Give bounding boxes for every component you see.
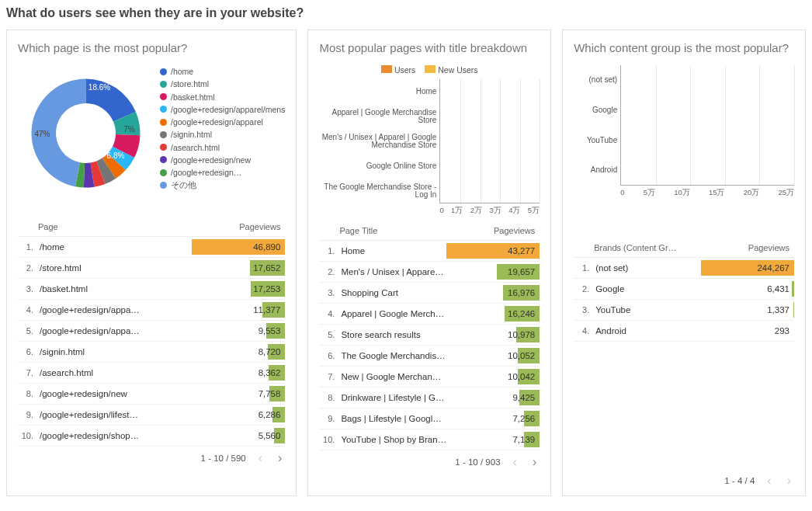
- table-row[interactable]: 8.Drinkware | Lifestyle | G…9,425: [319, 388, 540, 408]
- table-row[interactable]: 7.New | Google Merchan…10,042: [319, 367, 540, 388]
- table-row[interactable]: 2./store.html17,652: [18, 258, 285, 279]
- pager-text: 1 - 10 / 590: [201, 454, 246, 463]
- page-title: What do users see when they are in your …: [6, 6, 806, 20]
- donut-label-1: 18.6%: [88, 83, 110, 92]
- col-pagetitle: Page Title: [339, 226, 446, 235]
- col-pageviews: Pageviews: [192, 222, 285, 231]
- legend-item: /google+redesign/apparel: [160, 116, 285, 128]
- panel-content-group: Which content group is the most popular?…: [562, 30, 806, 496]
- table-row[interactable]: 6./signin.html8,720: [18, 342, 285, 363]
- table-row[interactable]: 2.Google6,431: [574, 279, 794, 300]
- pager-prev[interactable]: ‹: [255, 451, 265, 465]
- bar3-xticks: 05万10万15万20万25万: [620, 188, 794, 198]
- donut-label-3: 6.8%: [107, 151, 125, 159]
- table-row[interactable]: 1./home46,890: [18, 237, 285, 258]
- panel3-title: Which content group is the most popular?: [574, 41, 794, 54]
- bar3-plot: [620, 65, 794, 186]
- col-pageviews3: Pageviews: [701, 243, 794, 252]
- panels-row: Which page is the most popular? 47% 18.6…: [6, 30, 806, 496]
- legend-item: /asearch.html: [160, 141, 285, 154]
- table-row[interactable]: 5.Store search results10,978: [319, 325, 540, 346]
- table-row[interactable]: 3.Shopping Cart16,976: [319, 283, 540, 304]
- donut-legend: /home/store.html/basket.html/google+rede…: [160, 65, 285, 213]
- legend-item: /google+redesign/new: [160, 154, 285, 166]
- bar3-ylabels: (not set)GoogleYouTubeAndroid: [574, 65, 620, 186]
- table-row[interactable]: 7./asearch.html8,362: [18, 363, 285, 384]
- pager2-next[interactable]: ›: [529, 455, 540, 469]
- panel2-title: Most popular pages with title breakdown: [319, 41, 540, 54]
- table-row[interactable]: 9.Bags | Lifestyle | Googl…7,256: [319, 408, 540, 429]
- table-row[interactable]: 9./google+redesign/lifest…6,286: [18, 405, 285, 426]
- legend-newusers: New Users: [438, 65, 477, 75]
- table-row[interactable]: 3./basket.html17,253: [18, 279, 285, 300]
- legend-item: /google+redesign/apparel/mens: [160, 103, 285, 116]
- panel1-pager: 1 - 10 / 590 ‹ ›: [18, 451, 285, 465]
- table-row[interactable]: 10./google+redesign/shop…5,560: [18, 426, 285, 447]
- panel3-table: Brands (Content Gr… Pageviews 1.(not set…: [574, 238, 794, 342]
- donut-label-main: 47%: [34, 129, 50, 137]
- table-row[interactable]: 2.Men's / Unisex | Appare…19,657: [319, 262, 540, 283]
- table-row[interactable]: 6.The Google Merchandis…10,052: [319, 346, 540, 367]
- panel3-pager: 1 - 4 / 4 ‹ ›: [574, 474, 794, 488]
- panel-popular-page: Which page is the most popular? 47% 18.6…: [6, 30, 297, 496]
- bar2-ylabels: HomeApparel | Google Merchandise StoreMe…: [319, 79, 439, 203]
- table-row[interactable]: 10.YouTube | Shop by Bran…7,139: [319, 429, 540, 450]
- panel2-pager: 1 - 10 / 903 ‹ ›: [319, 455, 540, 469]
- pager2-text: 1 - 10 / 903: [455, 457, 500, 467]
- table-row[interactable]: 1.(not set)244,267: [574, 258, 794, 279]
- panel1-title: Which page is the most popular?: [18, 41, 285, 54]
- table-row[interactable]: 4.Android293: [574, 321, 794, 342]
- col-brands: Brands (Content Gr…: [594, 243, 701, 252]
- col-pageviews2: Pageviews: [446, 226, 540, 235]
- bar2-plot: [439, 79, 540, 203]
- table-row[interactable]: 8./google+redesign/new7,758: [18, 384, 285, 405]
- pager3-prev[interactable]: ‹: [764, 474, 774, 488]
- legend-item: /basket.html: [160, 91, 285, 103]
- pager3-text: 1 - 4 / 4: [724, 476, 755, 485]
- pager2-prev[interactable]: ‹: [510, 455, 520, 469]
- bar-legend: Users New Users: [319, 65, 540, 75]
- table-row[interactable]: 1.Home43,277: [319, 241, 540, 262]
- bar2-xticks: 01万2万3万4万5万: [439, 206, 540, 216]
- legend-item: /home: [160, 65, 285, 78]
- panel1-table: Page Pageviews 1./home46,8902./store.htm…: [18, 217, 285, 447]
- panel-title-breakdown: Most popular pages with title breakdown …: [307, 30, 551, 496]
- table-row[interactable]: 4./google+redesign/appa…11,377: [18, 300, 285, 321]
- legend-users: Users: [394, 65, 415, 75]
- donut-chart: 47% 18.6% 7% 6.8%: [18, 65, 154, 201]
- pager-next[interactable]: ›: [275, 451, 285, 465]
- table-row[interactable]: 4.Apparel | Google Merch…16,246: [319, 304, 540, 325]
- legend-item: /signin.html: [160, 128, 285, 141]
- col-page: Page: [38, 222, 192, 231]
- legend-item: その他: [160, 179, 285, 191]
- table-row[interactable]: 5./google+redesign/appa…9,553: [18, 321, 285, 342]
- table-row[interactable]: 3.YouTube1,337: [574, 300, 794, 321]
- legend-item: /google+redesign…: [160, 166, 285, 179]
- legend-item: /store.html: [160, 78, 285, 90]
- donut-label-2: 7%: [123, 125, 134, 134]
- pager3-next[interactable]: ›: [784, 474, 794, 488]
- panel2-table: Page Title Pageviews 1.Home43,2772.Men's…: [319, 221, 540, 450]
